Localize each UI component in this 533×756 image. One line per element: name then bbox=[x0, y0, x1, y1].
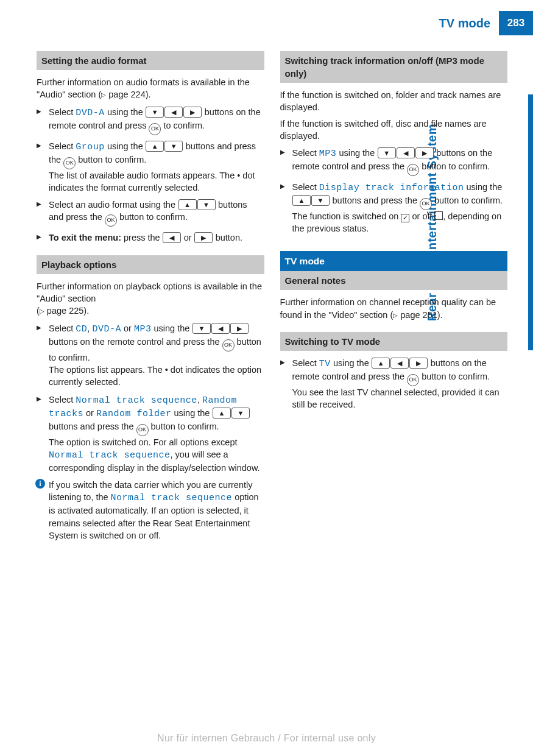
text: Select bbox=[292, 148, 319, 158]
text: page 251). bbox=[398, 310, 442, 320]
menu-term: MP3 bbox=[319, 149, 337, 159]
up-icon: ▲ bbox=[146, 141, 164, 152]
text: button to confirm. bbox=[419, 372, 490, 381]
ok-icon: OK bbox=[105, 214, 117, 227]
right-icon: ▶ bbox=[409, 358, 428, 369]
step-list: Select MP3 using the ▼◀▶ buttons on the … bbox=[280, 147, 508, 235]
left-icon: ◀ bbox=[164, 107, 183, 118]
up-icon: ▲ bbox=[213, 408, 231, 419]
paragraph: Further information on audio formats is … bbox=[37, 76, 264, 101]
step-item: Select DVD-A using the ▼◀▶ buttons on th… bbox=[37, 106, 264, 135]
left-icon: ◀ bbox=[211, 323, 230, 334]
checkbox-unchecked-icon bbox=[434, 211, 443, 220]
text: , bbox=[197, 395, 202, 404]
text: Further information on channel reception… bbox=[280, 297, 496, 319]
text: press the bbox=[121, 233, 163, 242]
text-bold: To exit the menu: bbox=[49, 233, 121, 242]
text: using the bbox=[331, 358, 372, 368]
step-item: Select CD, DVD-A or MP3 using the ▼◀▶ bu… bbox=[37, 322, 264, 389]
text: button to confirm. bbox=[149, 422, 219, 431]
right-column: Switching track information on/off (MP3 … bbox=[280, 49, 508, 546]
ok-icon: OK bbox=[407, 374, 419, 386]
text: Select bbox=[49, 323, 76, 333]
down-icon: ▼ bbox=[164, 141, 183, 152]
text: The function is switched on bbox=[292, 211, 401, 221]
text: The options list appears. The bbox=[49, 365, 165, 375]
heading-tv-mode: TV mode bbox=[280, 251, 508, 272]
text: using the bbox=[172, 408, 213, 418]
down-icon: ▼ bbox=[231, 408, 250, 419]
ok-icon: OK bbox=[407, 164, 419, 176]
down-icon: ▼ bbox=[378, 147, 396, 158]
down-icon: ▼ bbox=[146, 107, 164, 118]
ok-icon: OK bbox=[420, 198, 432, 210]
text: or bbox=[83, 408, 96, 418]
up-icon: ▲ bbox=[372, 358, 390, 369]
text: button to confirm. bbox=[117, 212, 188, 222]
info-item: If you switch the data carrier which you… bbox=[37, 479, 264, 542]
heading-audio-format: Setting the audio format bbox=[37, 51, 264, 70]
text: Select bbox=[49, 395, 76, 404]
menu-term: DVD-A bbox=[76, 108, 105, 118]
menu-term: Normal track sequence bbox=[76, 395, 197, 406]
text: The option is switched on. For all optio… bbox=[49, 437, 238, 447]
down-icon: ▼ bbox=[197, 199, 216, 210]
ok-icon: OK bbox=[222, 339, 235, 352]
text: page 224). bbox=[106, 90, 150, 99]
menu-term: Random folder bbox=[96, 409, 172, 419]
step-item: Select Display track information using t… bbox=[280, 181, 508, 235]
text: page 225). bbox=[44, 306, 89, 316]
page-number: 283 bbox=[499, 11, 533, 35]
down-icon: ▼ bbox=[311, 195, 330, 206]
text: using the bbox=[151, 323, 192, 333]
left-icon: ◀ bbox=[163, 232, 181, 243]
step-list: Select CD, DVD-A or MP3 using the ▼◀▶ bu… bbox=[37, 322, 264, 542]
up-icon: ▲ bbox=[178, 199, 197, 210]
text: button to confirm. bbox=[76, 155, 146, 164]
heading-switch-tv: Switching to TV mode bbox=[280, 332, 508, 351]
left-icon: ◀ bbox=[390, 358, 409, 369]
step-item: Select Normal track sequence, Random tra… bbox=[37, 394, 264, 475]
menu-term: Normal track sequence bbox=[111, 493, 233, 503]
page: TV mode 283 Rear Seat Entertainment Syst… bbox=[0, 0, 533, 756]
down-icon: ▼ bbox=[192, 323, 211, 334]
text: Further information on playback options … bbox=[37, 281, 262, 303]
text: button to confirm. bbox=[419, 161, 490, 171]
up-icon: ▲ bbox=[292, 195, 311, 206]
page-ref-icon bbox=[40, 306, 44, 316]
text: button to confirm. bbox=[432, 196, 503, 205]
text: You see the last TV channel selected, pr… bbox=[292, 387, 499, 409]
right-icon: ▶ bbox=[230, 323, 249, 334]
text: Select bbox=[292, 182, 319, 192]
ok-icon: OK bbox=[149, 123, 161, 135]
heading-track-info: Switching track information on/off (MP3 … bbox=[280, 51, 508, 83]
paragraph: If the function is switched on, folder a… bbox=[280, 89, 508, 114]
text: buttons and press the bbox=[49, 422, 136, 431]
right-icon: ▶ bbox=[415, 147, 434, 158]
right-icon: ▶ bbox=[194, 232, 213, 243]
text: Select bbox=[49, 141, 76, 151]
left-icon: ◀ bbox=[397, 147, 415, 158]
text: buttons on the remote control and press … bbox=[49, 337, 222, 347]
side-tab-bar bbox=[528, 94, 533, 350]
text: Select an audio format using the bbox=[49, 200, 178, 210]
menu-term: MP3 bbox=[134, 324, 152, 334]
paragraph: Further information on channel reception… bbox=[280, 296, 508, 321]
ok-icon: OK bbox=[136, 424, 149, 436]
side-tab: Rear Seat Entertainment System bbox=[511, 94, 533, 350]
menu-term: DVD-A bbox=[92, 324, 121, 334]
step-item: Select an audio format using the ▲▼ butt… bbox=[37, 199, 264, 227]
menu-term: CD bbox=[76, 324, 87, 334]
menu-term: Normal track sequence bbox=[49, 450, 171, 461]
step-list: Select DVD-A using the ▼◀▶ buttons on th… bbox=[37, 106, 264, 244]
text: using the bbox=[105, 141, 146, 151]
step-item: Select MP3 using the ▼◀▶ buttons on the … bbox=[280, 147, 508, 176]
checkbox-checked-icon: ✓ bbox=[401, 214, 409, 222]
text: or bbox=[121, 323, 134, 333]
step-item: To exit the menu: press the ◀ or ▶ butto… bbox=[37, 231, 264, 244]
left-column: Setting the audio format Further informa… bbox=[37, 49, 264, 546]
text: using the bbox=[105, 107, 146, 117]
text: button. bbox=[213, 233, 242, 242]
heading-general-notes: General notes bbox=[280, 271, 508, 290]
paragraph: If the function is switched off, disc an… bbox=[280, 118, 508, 143]
